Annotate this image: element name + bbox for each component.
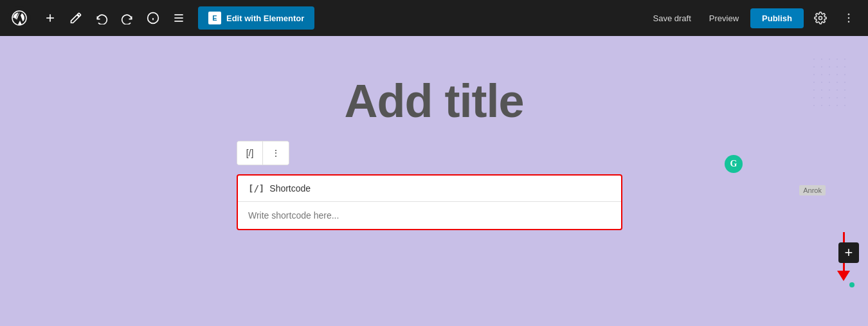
page-title[interactable]: Add title bbox=[345, 75, 524, 127]
svg-point-10 bbox=[848, 14, 850, 15]
preview-button[interactable]: Preview bbox=[703, 10, 745, 27]
add-block-button[interactable] bbox=[39, 6, 62, 30]
shortcode-block: [/] Shortcode bbox=[237, 174, 622, 230]
toolbar-right: Save draft Preview Publish bbox=[647, 6, 860, 30]
elementor-icon: E bbox=[208, 12, 221, 24]
block-toolbar: [/] ⋮ bbox=[237, 141, 289, 165]
publish-button[interactable]: Publish bbox=[750, 8, 804, 28]
status-dot bbox=[849, 282, 854, 287]
grammarly-icon: G bbox=[725, 155, 743, 173]
dot-pattern-decoration bbox=[810, 55, 849, 107]
shortcode-block-icon: [/] bbox=[248, 183, 264, 194]
info-button[interactable] bbox=[141, 6, 165, 30]
shortcode-input[interactable] bbox=[248, 210, 611, 221]
undo-button[interactable] bbox=[90, 6, 113, 30]
shortcode-block-label: Shortcode bbox=[269, 183, 311, 194]
add-block-bottom-button[interactable]: + bbox=[838, 242, 859, 263]
list-view-button[interactable] bbox=[167, 6, 190, 30]
shortcode-block-icon-btn[interactable]: [/] bbox=[237, 141, 263, 165]
block-more-options-btn[interactable]: ⋮ bbox=[263, 141, 289, 165]
settings-button[interactable] bbox=[809, 6, 832, 30]
shortcode-input-area[interactable] bbox=[238, 202, 621, 229]
wp-logo-button[interactable] bbox=[8, 6, 31, 30]
arrow-head bbox=[837, 271, 850, 281]
more-options-button[interactable] bbox=[837, 6, 860, 30]
svg-point-12 bbox=[848, 21, 850, 23]
toolbar: E Edit with Elementor Save draft Preview… bbox=[0, 0, 868, 36]
redo-button[interactable] bbox=[116, 6, 139, 30]
svg-point-11 bbox=[848, 17, 850, 19]
main-content: Add title [/] ⋮ [/] Shortcode G Anrok + bbox=[0, 36, 868, 326]
elementor-icon-text: E bbox=[212, 14, 217, 22]
edit-with-elementor-button[interactable]: E Edit with Elementor bbox=[198, 6, 314, 30]
save-draft-button[interactable]: Save draft bbox=[647, 10, 698, 27]
shortcode-icon-label: [/] bbox=[246, 148, 254, 158]
edit-tool-button[interactable] bbox=[64, 6, 87, 30]
shortcode-block-header: [/] Shortcode bbox=[238, 176, 621, 202]
block-more-icon: ⋮ bbox=[271, 148, 280, 158]
anrok-badge: Anrok bbox=[799, 185, 826, 195]
elementor-btn-label: Edit with Elementor bbox=[226, 14, 304, 23]
page-title-area: Add title bbox=[345, 75, 524, 127]
svg-point-9 bbox=[819, 17, 822, 20]
